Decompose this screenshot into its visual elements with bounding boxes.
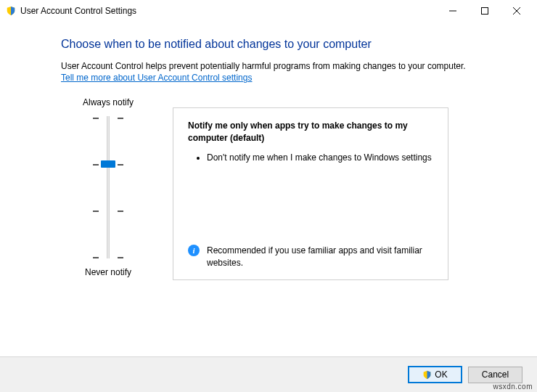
learn-more-link[interactable]: Tell me more about User Account Control … — [61, 73, 252, 83]
titlebar: User Account Control Settings — [0, 0, 537, 22]
page-heading: Choose when to be notified about changes… — [61, 38, 493, 51]
maximize-button[interactable] — [469, 1, 501, 21]
window-buttons — [437, 1, 533, 21]
bottom-bar: OK Cancel — [0, 357, 537, 392]
notification-description-panel: Notify me only when apps try to make cha… — [173, 107, 448, 280]
slider-thumb[interactable] — [101, 160, 115, 168]
cancel-button-label: Cancel — [482, 369, 509, 380]
slider-column: Always notify Never notify — [75, 97, 141, 277]
info-icon: i — [188, 245, 200, 256]
cancel-button[interactable]: Cancel — [468, 367, 522, 383]
notification-slider[interactable] — [93, 115, 123, 260]
window-title: User Account Control Settings — [20, 6, 136, 16]
shield-icon — [422, 370, 432, 380]
panel-bullet-list: Don't notify me when I make changes to W… — [188, 152, 433, 168]
page-description: User Account Control helps prevent poten… — [61, 61, 493, 71]
ok-button-label: OK — [435, 369, 447, 380]
shield-icon — [6, 6, 16, 16]
slider-label-bottom: Never notify — [85, 267, 131, 277]
slider-label-top: Always notify — [83, 97, 134, 107]
slider-tick — [93, 211, 123, 212]
close-button[interactable] — [501, 1, 533, 21]
content-area: Choose when to be notified about changes… — [0, 22, 537, 280]
slider-tick — [93, 118, 123, 119]
slider-rail — [107, 116, 110, 258]
slider-panel-row: Always notify Never notify Notify me onl… — [75, 97, 493, 280]
panel-title: Notify me only when apps try to make cha… — [188, 120, 433, 144]
ok-button[interactable]: OK — [408, 366, 462, 383]
panel-footer-text: Recommended if you use familiar apps and… — [207, 245, 433, 269]
minimize-button[interactable] — [437, 1, 469, 21]
slider-tick — [93, 257, 123, 258]
panel-bullet: Don't notify me when I make changes to W… — [207, 152, 433, 164]
watermark: wsxdn.com — [493, 383, 533, 391]
svg-rect-1 — [482, 8, 488, 15]
panel-footer: i Recommended if you use familiar apps a… — [188, 245, 433, 269]
